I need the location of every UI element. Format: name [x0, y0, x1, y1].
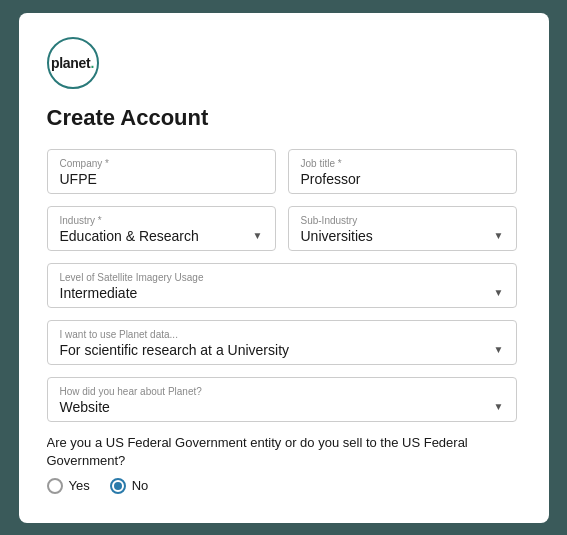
satellite-row: Level of Satellite Imagery Usage Interme…: [47, 263, 517, 308]
no-option[interactable]: No: [110, 478, 149, 494]
company-label: Company *: [60, 158, 263, 169]
subindustry-select[interactable]: Universities ▼: [301, 228, 504, 244]
hear-value: Website: [60, 399, 110, 415]
subindustry-value: Universities: [301, 228, 373, 244]
subindustry-field[interactable]: Sub-Industry Universities ▼: [288, 206, 517, 251]
logo-area: planet.: [47, 37, 521, 89]
form-content: Company * UFPE Job title * Professor Ind…: [47, 149, 521, 507]
industry-value: Education & Research: [60, 228, 199, 244]
industry-label: Industry *: [60, 215, 263, 226]
subindustry-chevron-icon: ▼: [494, 231, 504, 241]
jobtitle-field[interactable]: Job title * Professor: [288, 149, 517, 194]
no-label: No: [132, 478, 149, 493]
jobtitle-value: Professor: [301, 171, 504, 187]
company-jobtitle-row: Company * UFPE Job title * Professor: [47, 149, 517, 194]
satellite-chevron-icon: ▼: [494, 288, 504, 298]
subindustry-label: Sub-Industry: [301, 215, 504, 226]
company-field[interactable]: Company * UFPE: [47, 149, 276, 194]
page-title: Create Account: [47, 105, 521, 131]
planet-data-field[interactable]: I want to use Planet data... For scienti…: [47, 320, 517, 365]
federal-question-section: Are you a US Federal Government entity o…: [47, 434, 517, 494]
company-value: UFPE: [60, 171, 263, 187]
planet-data-select[interactable]: For scientific research at a University …: [60, 342, 504, 358]
hear-row: How did you hear about Planet? Website ▼: [47, 377, 517, 422]
radio-options: Yes No: [47, 478, 517, 494]
satellite-select[interactable]: Intermediate ▼: [60, 285, 504, 301]
jobtitle-label: Job title *: [301, 158, 504, 169]
planet-data-value: For scientific research at a University: [60, 342, 290, 358]
satellite-label: Level of Satellite Imagery Usage: [60, 272, 504, 283]
no-radio-button[interactable]: [110, 478, 126, 494]
industry-field[interactable]: Industry * Education & Research ▼: [47, 206, 276, 251]
yes-label: Yes: [69, 478, 90, 493]
main-card: planet. Create Account Company * UFPE Jo…: [19, 13, 549, 523]
satellite-value: Intermediate: [60, 285, 138, 301]
hear-select[interactable]: Website ▼: [60, 399, 504, 415]
federal-question-text: Are you a US Federal Government entity o…: [47, 434, 517, 470]
industry-subindustry-row: Industry * Education & Research ▼ Sub-In…: [47, 206, 517, 251]
no-radio-inner: [114, 482, 122, 490]
hear-field[interactable]: How did you hear about Planet? Website ▼: [47, 377, 517, 422]
satellite-field[interactable]: Level of Satellite Imagery Usage Interme…: [47, 263, 517, 308]
yes-radio-button[interactable]: [47, 478, 63, 494]
industry-select[interactable]: Education & Research ▼: [60, 228, 263, 244]
planet-data-chevron-icon: ▼: [494, 345, 504, 355]
planet-data-label: I want to use Planet data...: [60, 329, 504, 340]
planet-logo: planet.: [47, 37, 99, 89]
industry-chevron-icon: ▼: [253, 231, 263, 241]
hear-label: How did you hear about Planet?: [60, 386, 504, 397]
planet-data-row: I want to use Planet data... For scienti…: [47, 320, 517, 365]
hear-chevron-icon: ▼: [494, 402, 504, 412]
yes-option[interactable]: Yes: [47, 478, 90, 494]
